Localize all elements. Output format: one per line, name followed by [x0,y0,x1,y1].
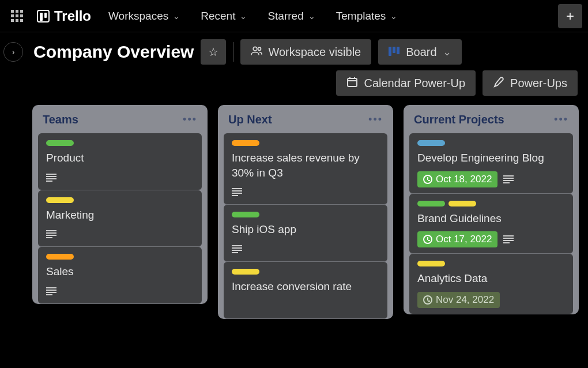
label-yellow[interactable] [448,201,476,206]
svg-rect-20 [46,294,52,295]
card[interactable]: Product [38,133,202,190]
description-icon [46,230,56,238]
list-menu-button[interactable]: ••• [368,114,383,126]
visibility-button[interactable]: Workspace visible [240,39,371,65]
nav-workspaces[interactable]: Workspaces ⌄ [100,6,188,26]
label-green[interactable] [46,140,74,146]
description-icon [503,175,514,183]
svg-rect-32 [503,182,510,183]
svg-rect-16 [46,237,52,238]
nav-recent[interactable]: Recent ⌄ [193,6,255,26]
description-icon [46,287,56,295]
svg-rect-33 [503,235,514,236]
trello-logo-icon [37,10,50,22]
card-title: Develop Engineering Blog [417,151,565,166]
card-footer [46,228,194,241]
card-footer: Oct 18, 2022 [417,171,565,187]
card-footer: Oct 17, 2022 [417,231,565,247]
due-badge[interactable]: Oct 18, 2022 [417,171,497,187]
card-labels [232,140,379,146]
card[interactable]: Sales [38,247,202,304]
card-labels [46,197,194,203]
label-yellow[interactable] [417,261,445,266]
label-green[interactable] [417,201,445,206]
card-labels [417,201,565,206]
list: Up Next•••Increase sales revenue by 30% … [218,105,393,319]
card[interactable]: Brand GuidelinesOct 17, 2022 [409,194,573,254]
board: Teams•••ProductMarketingSalesUp Next•••I… [0,105,588,319]
description-icon [232,245,242,253]
label-green[interactable] [232,212,259,217]
label-yellow[interactable] [232,269,259,275]
board-title[interactable]: Company Overview [30,42,194,62]
list-title[interactable]: Current Projects [414,113,504,126]
list: Current Projects•••Develop Engineering B… [404,105,579,314]
nav-starred[interactable]: Starred ⌄ [259,6,323,26]
list-menu-button[interactable]: ••• [183,114,197,126]
card-labels [46,254,194,260]
label-blue[interactable] [417,140,445,146]
description-icon [232,188,242,196]
card-labels [46,140,194,146]
sidebar-toggle[interactable]: › [3,42,23,62]
svg-rect-35 [503,240,514,241]
card-title: Marketing [46,208,194,223]
star-board-button[interactable]: ☆ [201,39,226,65]
top-nav: Trello Workspaces ⌄ Recent ⌄ Starred ⌄ T… [0,0,588,32]
label-orange[interactable] [46,254,74,260]
card[interactable]: Marketing [38,190,202,247]
board-header: › Company Overview ☆ Workspace visible B… [0,32,588,105]
list-header: Up Next••• [224,111,387,133]
card-labels [417,140,565,146]
create-button[interactable]: + [558,4,582,28]
view-switcher[interactable]: Board ⌄ [378,39,461,65]
card[interactable]: Increase sales revenue by 30% in Q3 [224,133,387,205]
description-icon [46,174,56,182]
card[interactable]: Ship iOS app [224,205,387,262]
chevron-down-icon: ⌄ [390,12,397,21]
board-view-icon [389,46,400,59]
apps-grid-icon [11,10,23,22]
list-menu-button[interactable]: ••• [554,114,568,126]
card-labels [232,269,379,275]
card[interactable]: Develop Engineering BlogOct 18, 2022 [409,133,573,194]
svg-rect-34 [503,238,514,239]
svg-rect-28 [232,252,238,253]
people-icon [251,46,262,59]
svg-rect-27 [232,250,242,251]
svg-rect-11 [46,178,56,179]
due-badge[interactable]: Oct 17, 2022 [417,231,497,247]
card[interactable]: Analytics DataNov 24, 2022 [409,254,573,314]
svg-rect-22 [232,190,242,191]
card-footer [46,171,194,184]
chevron-down-icon: ⌄ [173,12,180,21]
divider [233,42,233,62]
clock-icon [423,295,432,305]
list: Teams•••ProductMarketingSales [32,105,208,304]
label-orange[interactable] [232,140,259,146]
svg-rect-3 [393,47,395,53]
nav-templates[interactable]: Templates ⌄ [328,6,406,26]
card[interactable]: Increase conversion rate [224,262,387,319]
calendar-powerup-button[interactable]: Calendar Power-Up [336,70,476,96]
chevron-down-icon: ⌄ [443,46,451,58]
svg-rect-15 [46,235,56,236]
trello-logo[interactable]: Trello [32,8,96,24]
plus-icon: + [566,8,574,24]
svg-rect-4 [397,47,399,54]
card-footer: Nov 24, 2022 [417,292,565,308]
svg-rect-2 [389,47,391,56]
due-badge[interactable]: Nov 24, 2022 [417,292,500,308]
apps-menu-button[interactable] [6,5,28,27]
chevron-down-icon: ⌄ [240,12,247,21]
list-title[interactable]: Up Next [228,113,272,126]
due-date: Oct 17, 2022 [436,234,492,245]
powerups-button[interactable]: Power-Ups [483,70,578,96]
svg-point-0 [254,47,258,51]
brand-name: Trello [54,8,91,24]
list-title[interactable]: Teams [43,113,78,126]
card-footer [232,300,379,313]
label-yellow[interactable] [46,197,74,203]
card-title: Increase sales revenue by 30% in Q3 [232,151,379,180]
clock-icon [423,235,432,244]
